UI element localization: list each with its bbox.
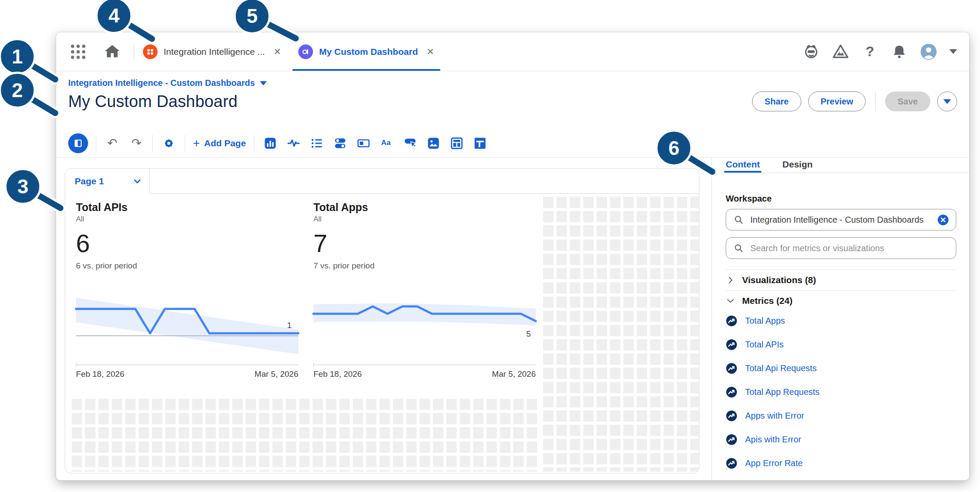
tab-my-custom-dashboard[interactable]: My Custom Dashboard ✕ — [290, 32, 443, 71]
toolbar-divider — [254, 135, 254, 151]
page-tab-rule — [150, 193, 699, 194]
workspace-input[interactable] — [750, 215, 931, 225]
callout-badge-3: 3 — [4, 168, 41, 205]
callout-badge-5: 5 — [234, 0, 271, 35]
section-visualizations[interactable]: Visualizations (8) — [726, 269, 956, 291]
metric-trend-icon — [726, 363, 737, 374]
x-axis — [76, 365, 298, 365]
metric-value: 6 — [76, 229, 298, 258]
metric-title: Total Apps — [313, 201, 536, 214]
callout-badge-4: 4 — [95, 0, 133, 34]
activity-chart-icon[interactable] — [285, 135, 302, 151]
toggles-icon[interactable] — [332, 135, 348, 151]
metric-title: Total APIs — [76, 201, 298, 214]
add-page-button[interactable]: + Add Page — [193, 137, 246, 150]
breadcrumb-label: Integration Intelligence - Custom Dashbo… — [68, 78, 255, 88]
metric-list-item[interactable]: Total Api Requests — [726, 362, 956, 375]
toggle-panel-button[interactable] — [68, 133, 88, 153]
save-button[interactable]: Save — [885, 91, 930, 111]
metric-list-item[interactable]: Total APIs — [726, 338, 956, 351]
metric-trend-icon — [726, 315, 737, 327]
axis-end-label: Mar 5, 2026 — [255, 369, 298, 379]
svg-text:1: 1 — [287, 321, 292, 330]
undo-button[interactable]: ↶ — [104, 135, 120, 151]
clear-icon[interactable] — [937, 214, 949, 226]
editor-toolbar: ↶ ↷ + Add Page — [56, 129, 969, 158]
empty-grid-area — [543, 197, 699, 472]
caret-down-icon[interactable] — [949, 49, 957, 54]
workspace-select[interactable] — [726, 209, 956, 230]
metric-comparison: 6 vs. prior period — [76, 261, 298, 271]
metric-list-item[interactable]: Apps with Error — [726, 409, 956, 422]
text-icon[interactable]: Aa — [379, 135, 395, 151]
integration-app-icon — [143, 44, 158, 59]
panel-icon[interactable] — [449, 135, 465, 151]
preview-button[interactable]: Preview — [808, 91, 866, 111]
save-options-button[interactable] — [937, 91, 957, 111]
workspace-label: Workspace — [726, 194, 956, 204]
svg-text:5: 5 — [526, 329, 531, 338]
home-icon[interactable] — [103, 42, 122, 61]
settings-gear-icon[interactable] — [161, 135, 177, 151]
page-tab[interactable]: Page 1 — [65, 169, 150, 193]
metric-trend-icon — [726, 457, 737, 469]
page-header: Integration Intelligence - Custom Dashbo… — [56, 71, 969, 129]
axis-end-label: Mar 5, 2026 — [492, 369, 536, 379]
breadcrumb[interactable]: Integration Intelligence - Custom Dashbo… — [68, 78, 267, 88]
chevron-right-icon — [726, 275, 735, 285]
help-icon[interactable]: ? — [861, 43, 879, 60]
close-icon[interactable]: ✕ — [274, 47, 281, 57]
metric-list-item[interactable]: App Error Rate — [726, 457, 956, 470]
avatar[interactable] — [920, 43, 937, 60]
caret-down-icon — [943, 99, 951, 104]
redo-button[interactable]: ↷ — [128, 135, 145, 151]
metric-search[interactable] — [726, 237, 956, 259]
metric-list-item[interactable]: Total Apps — [726, 314, 956, 327]
dashboard-app-icon — [298, 44, 313, 59]
dashboard-canvas: Page 1 Total APIs All 6 6 vs. prior peri… — [56, 158, 711, 480]
max-assistant-icon[interactable] — [803, 43, 820, 60]
metric-widget-total-apis[interactable]: Total APIs All 6 6 vs. prior period 1 Fe… — [76, 201, 298, 379]
metric-search-input[interactable] — [750, 243, 949, 253]
metric-value: 7 — [313, 229, 536, 258]
list-icon[interactable] — [309, 135, 325, 151]
tab-integration-intelligence[interactable]: Integration Intelligence ... ✕ — [134, 32, 290, 71]
topbar-utility-icons: ? — [803, 43, 957, 60]
app-launcher-icon[interactable] — [68, 42, 88, 62]
app-window: Integration Intelligence ... ✕ My Custom… — [56, 32, 969, 480]
metric-comparison: 7 vs. prior period — [313, 261, 536, 271]
metric-sparkline: 5 — [313, 284, 536, 358]
tab-content[interactable]: Content — [726, 158, 760, 173]
callout-badge-1: 1 — [0, 38, 36, 75]
tab-design[interactable]: Design — [782, 158, 812, 173]
widget-palette: Aa — [262, 135, 488, 151]
metric-sparkline: 1 — [76, 284, 298, 358]
header-layout-icon[interactable] — [472, 135, 488, 151]
chevron-down-icon[interactable] — [132, 176, 142, 186]
metric-widget-total-apps[interactable]: Total Apps All 7 7 vs. prior period 5 Fe… — [313, 201, 536, 379]
share-button[interactable]: Share — [752, 91, 801, 111]
toolbar-divider — [152, 135, 153, 151]
page-title: My Custom Dashboard — [68, 92, 237, 111]
toolbar-divider — [96, 135, 96, 151]
search-icon — [733, 214, 744, 225]
metric-trend-icon — [726, 434, 737, 445]
metric-trend-icon — [726, 410, 737, 422]
input-field-icon[interactable] — [355, 135, 372, 151]
bar-chart-icon[interactable] — [262, 135, 278, 151]
button-widget-icon[interactable] — [402, 135, 418, 151]
metric-list-item[interactable]: Apis with Error — [726, 433, 956, 446]
global-top-bar: Integration Intelligence ... ✕ My Custom… — [56, 32, 969, 71]
metric-list-item[interactable]: Total App Requests — [726, 385, 956, 398]
close-icon[interactable]: ✕ — [427, 47, 434, 57]
section-metrics[interactable]: Metrics (24) — [726, 291, 956, 311]
empty-grid-area — [72, 399, 537, 472]
axis-start-label: Feb 18, 2026 — [76, 369, 124, 379]
notifications-icon[interactable] — [891, 43, 908, 60]
image-icon[interactable] — [425, 135, 442, 151]
plus-icon: + — [193, 137, 200, 150]
trailhead-icon[interactable] — [832, 43, 849, 60]
metric-filter: All — [76, 215, 298, 224]
x-axis — [313, 365, 536, 365]
callout-badge-6: 6 — [655, 129, 692, 167]
